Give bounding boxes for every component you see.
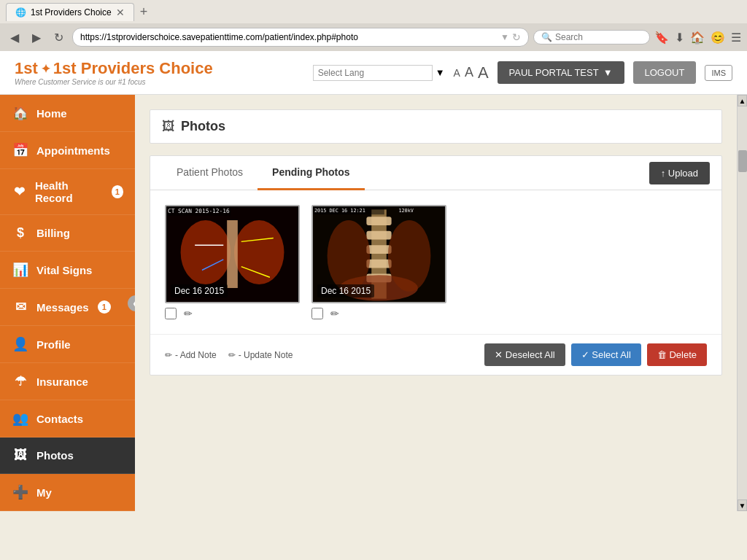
sidebar-item-my[interactable]: ➕ My: [0, 474, 135, 511]
list-item: 2015 DEC 16 12:21 120kV Dec 16 2015 ✏: [311, 205, 446, 319]
home-icon: 🏠: [12, 105, 29, 121]
sidebar-profile-label: Profile: [36, 338, 71, 351]
svg-text:2015 DEC 16  12:21: 2015 DEC 16 12:21: [314, 208, 365, 214]
sidebar-item-appointments[interactable]: 📅 Appointments: [0, 132, 135, 169]
vital-signs-icon: 📊: [12, 262, 29, 278]
svg-point-19: [388, 220, 431, 292]
contacts-icon: 👥: [12, 411, 29, 427]
add-note-label: - Add Note: [175, 350, 217, 360]
svg-text:CT SCAN 2015-12-16: CT SCAN 2015-12-16: [168, 208, 230, 214]
browser-nav: ◀ ▶ ↻ ▼ ↻ 🔍 🔖 ⬇ 🏠 😊 ☰: [0, 23, 747, 51]
font-small-button[interactable]: A: [454, 67, 460, 79]
sidebar-item-messages[interactable]: ✉ Messages 1: [0, 289, 135, 326]
scroll-thumb[interactable]: [738, 150, 747, 172]
insurance-icon: ☂: [12, 373, 29, 389]
health-record-badge: 1: [112, 185, 123, 198]
address-bar[interactable]: ▼ ↻: [72, 28, 529, 47]
lang-select[interactable]: [313, 65, 433, 81]
address-input[interactable]: [80, 32, 500, 42]
page-title: Photos: [181, 119, 225, 134]
photo-thumbnail-1[interactable]: CT SCAN 2015-12-16 Dec 16 2015: [165, 205, 300, 303]
lang-select-wrap: ▼: [313, 65, 445, 81]
back-button[interactable]: ◀: [6, 29, 23, 46]
sidebar-item-contacts[interactable]: 👥 Contacts: [0, 400, 135, 438]
photo-date-1: Dec 16 2015: [171, 284, 228, 298]
svg-point-1: [181, 220, 231, 284]
font-med-button[interactable]: A: [465, 65, 473, 80]
logo-text: 1st✦1st Providers Choice: [15, 59, 213, 78]
user-portal-button[interactable]: PAUL PORTAL TEST ▼: [498, 61, 624, 84]
appointments-icon: 📅: [12, 142, 29, 158]
update-note-icon: ✏: [228, 350, 236, 360]
logo-first: 1st: [15, 59, 38, 78]
update-note-item: ✏ - Update Note: [228, 350, 293, 360]
logo-main: 1st Providers Choice: [53, 59, 213, 78]
main-body: 🏠 Home 📅 Appointments ❤ Health Record 1 …: [0, 95, 747, 511]
deselect-all-button[interactable]: ✕ Deselect All: [484, 343, 565, 366]
refresh-button[interactable]: ↻: [50, 29, 68, 46]
photo-actions-1: ✏: [165, 308, 300, 319]
sidebar-item-vital-signs[interactable]: 📊 Vital Signs: [0, 252, 135, 289]
sidebar-item-insurance[interactable]: ☂ Insurance: [0, 363, 135, 400]
update-note-label: - Update Note: [239, 350, 293, 360]
photo-edit-button-2[interactable]: ✏: [330, 308, 339, 319]
sidebar-insurance-label: Insurance: [36, 376, 88, 388]
sidebar-item-profile[interactable]: 👤 Profile: [0, 326, 135, 363]
photos-grid: CT SCAN 2015-12-16 Dec 16 2015 ✏: [150, 190, 721, 334]
health-record-icon: ❤: [12, 184, 28, 200]
sidebar-appointments-label: Appointments: [36, 144, 110, 157]
browser-tab[interactable]: 🌐 1st Providers Choice ✕: [6, 3, 134, 21]
tab-pending-photos[interactable]: Pending Photos: [258, 156, 365, 190]
select-all-button[interactable]: ✓ Select All: [571, 343, 641, 366]
photos-footer: ✏ - Add Note ✏ - Update Note ✕ Deselect …: [150, 334, 721, 375]
svg-point-18: [328, 220, 371, 292]
photos-icon: 🖼: [12, 448, 29, 463]
note-legend: ✏ - Add Note ✏ - Update Note: [165, 350, 470, 360]
svg-rect-14: [366, 245, 391, 254]
photo-thumbnail-2[interactable]: 2015 DEC 16 12:21 120kV Dec 16 2015: [311, 205, 446, 303]
tab-patient-photos[interactable]: Patient Photos: [162, 156, 258, 190]
messages-icon: ✉: [12, 299, 29, 315]
photo-checkbox-2[interactable]: [311, 308, 323, 319]
bookmark-icon[interactable]: 🔖: [654, 31, 669, 44]
scrollbar: ▲ ▼: [737, 95, 747, 511]
search-bar[interactable]: 🔍: [533, 30, 650, 44]
my-icon: ➕: [12, 484, 29, 500]
search-input[interactable]: [555, 32, 642, 42]
lang-dropdown-icon[interactable]: ▼: [436, 67, 445, 78]
delete-button[interactable]: 🗑 Delete: [647, 343, 707, 366]
scroll-track: [738, 106, 747, 499]
add-note-icon: ✏: [165, 350, 172, 360]
sidebar-item-photos[interactable]: 🖼 Photos: [0, 438, 135, 474]
sidebar-item-billing[interactable]: $ Billing: [0, 215, 135, 252]
download-icon[interactable]: ⬇: [675, 31, 684, 44]
sidebar-item-home[interactable]: 🏠 Home: [0, 95, 135, 132]
svg-rect-3: [227, 220, 238, 288]
logout-button[interactable]: LOGOUT: [633, 61, 697, 84]
scroll-down-button[interactable]: ▼: [738, 499, 747, 511]
sidebar-home-label: Home: [36, 107, 67, 120]
new-tab-button[interactable]: +: [140, 4, 148, 20]
action-buttons: ✕ Deselect All ✓ Select All 🗑 Delete: [484, 343, 707, 366]
photo-checkbox-1[interactable]: [165, 308, 177, 319]
forward-button[interactable]: ▶: [28, 29, 45, 46]
tab-close-button[interactable]: ✕: [116, 7, 125, 18]
app-header: 1st✦1st Providers Choice Where Customer …: [0, 51, 747, 95]
photo-edit-button-1[interactable]: ✏: [184, 308, 193, 319]
logo-star: ✦: [41, 62, 50, 76]
sidebar-health-record-label: Health Record: [35, 179, 103, 204]
nav-icons: 🔖 ⬇ 🏠 😊 ☰: [654, 31, 741, 44]
profile-icon[interactable]: 😊: [711, 31, 725, 44]
logo-subtitle: Where Customer Service is our #1 focus: [15, 78, 213, 86]
content-area: 🖼 Photos Patient Photos Pending Photos ↑…: [135, 95, 737, 511]
sidebar-billing-label: Billing: [36, 227, 70, 239]
menu-icon[interactable]: ☰: [731, 31, 741, 44]
sidebar-item-health-record[interactable]: ❤ Health Record 1: [0, 169, 135, 215]
font-large-button[interactable]: A: [478, 63, 489, 82]
list-item: CT SCAN 2015-12-16 Dec 16 2015 ✏: [165, 205, 300, 319]
home-icon[interactable]: 🏠: [690, 31, 705, 44]
upload-button[interactable]: ↑ Upload: [649, 162, 710, 184]
sidebar-messages-label: Messages: [36, 301, 89, 314]
scroll-up-button[interactable]: ▲: [738, 95, 747, 106]
billing-icon: $: [12, 225, 29, 241]
